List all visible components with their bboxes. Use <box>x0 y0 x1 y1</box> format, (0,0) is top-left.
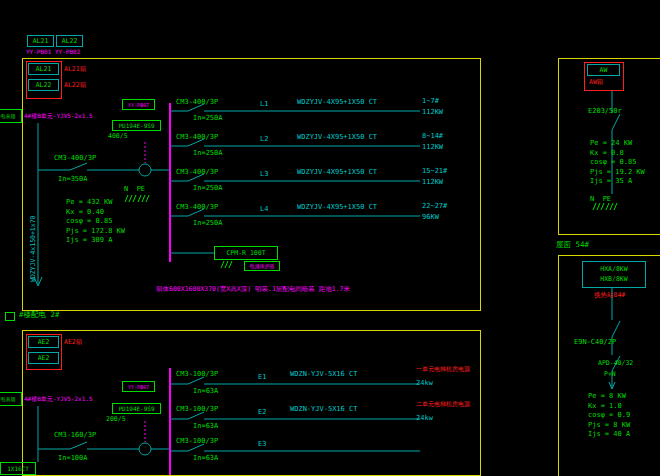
feeder-tag-al22-sub: YY-PB02 <box>55 49 80 55</box>
panel1-meter-box: PD194E-9S9 <box>112 120 161 131</box>
panel1-ct-ratio: 400/5 <box>108 133 128 140</box>
spd-device-box: CPM-R 100T <box>214 246 278 260</box>
panel1-border <box>22 58 481 311</box>
branch-circuit-id: E1 <box>258 374 266 381</box>
branch-circuit-id: E2 <box>258 409 266 416</box>
branch-cable-label: WDZN-YJV-5X16 CT <box>290 406 357 413</box>
panel2-feeder-label: 4#楼B单元-YJV5-2x1.5 <box>24 396 93 402</box>
branch-load-kw: 112KW <box>422 179 443 186</box>
branch-amp-label: In=63A <box>193 388 218 395</box>
panel2-border <box>22 330 481 476</box>
panel1-calc-block: Pe = 432 KW Kx = 0.40 cosφ = 0.85 Pjs = … <box>66 198 125 246</box>
branch-circuit-id: L1 <box>260 101 268 108</box>
panel2-source-box: 电表箱 <box>0 392 22 406</box>
branch-amp-label: In=63A <box>193 423 218 430</box>
panel3-tag-red-label: AW箱 <box>589 79 603 86</box>
panel2-tag-box: AE2 <box>28 336 59 348</box>
branch-load-kw: 24kw <box>416 380 433 387</box>
calc-cos: cosφ = 0.85 <box>590 158 645 168</box>
calc-cos: cosφ = 0.85 <box>66 217 125 227</box>
panel3-tag-box: AW <box>587 64 620 76</box>
panel3-device-label: E203/50r <box>588 108 622 115</box>
panel3-n-pe-label: N PE <box>590 196 611 203</box>
branch-load-desc: 一单元电梯机房电源 <box>416 366 470 372</box>
calc-pe: Pe = 24 KW <box>590 139 645 149</box>
panel1-tag-box: AL21 <box>28 63 59 75</box>
panel1-riser-cable-label: WDZYJV-4x150+1x70 <box>30 215 37 282</box>
panel1-tag-red-label: AL22箱 <box>64 82 86 89</box>
panel1-source-box: 电表箱 <box>0 109 22 123</box>
panel1-main-in-label: In=350A <box>58 176 88 183</box>
calc-ijs: Ijs = 309 A <box>66 236 125 246</box>
branch-cable-label: WDZYJV-4X95+1X50 CT <box>297 204 377 211</box>
panel4-spd-poles-label: P+N <box>604 371 616 378</box>
branch-cable-label: WDZN-YJV-5X16 CT <box>290 371 357 378</box>
panel3-caption: 屋面 54# <box>556 241 589 249</box>
branch-breaker-label: CM3-400/3P <box>176 134 218 141</box>
panel1-install-note: 箱体600X1600X370(宽X高X深) 明装.1层配电间暗装 距地1.7米 <box>156 286 350 293</box>
panel2-main-breaker-label: CM3-160/3P <box>54 432 96 439</box>
panel2-main-in-label: In=100A <box>58 455 88 462</box>
panel2-ct-ratio: 200/5 <box>106 416 126 423</box>
panel2-meter-tag-box: YY-PB07 <box>122 381 155 392</box>
feeder-tag-al22: AL22 <box>56 35 83 47</box>
branch-amp-label: In=250A <box>193 150 223 157</box>
panel1-feeder-label: 4#楼B单元-YJV5-2x1.5 <box>24 113 93 119</box>
branch-circuit-id: E3 <box>258 441 266 448</box>
panel2-riser-box: 1X16CT <box>0 462 36 475</box>
calc-pjs: Pjs = 172.8 KW <box>66 227 125 237</box>
calc-pe: Pe = 8 KW <box>588 392 630 402</box>
panel4-breaker-label: E9N-C40/2P <box>574 339 616 346</box>
panel3-calc-block: Pe = 24 KW Kx = 0.8 cosφ = 0.85 Pjs = 19… <box>590 139 645 187</box>
calc-ijs: Ijs = 40 A <box>588 430 630 440</box>
branch-cable-label: WDZYJV-4X95+1X50 CT <box>297 99 377 106</box>
branch-amp-label: In=250A <box>193 185 223 192</box>
branch-load-range: 8~14# <box>422 133 443 140</box>
panel1-tag-red-label: AL21箱 <box>64 66 86 73</box>
panel2-tag-red-label: AE2箱 <box>64 339 82 346</box>
branch-load-range: 22~27# <box>422 203 447 210</box>
branch-amp-label: In=250A <box>193 115 223 122</box>
branch-breaker-label: CM3-100/3P <box>176 438 218 445</box>
branch-amp-label: In=63A <box>193 455 218 462</box>
calc-kx: Kx = 1.0 <box>588 402 630 412</box>
panel2-meter-box: PD194E-9S9 <box>112 403 161 414</box>
panel1-n-pe-label: N PE <box>124 186 145 193</box>
panel4-calc-block: Pe = 8 KW Kx = 1.0 cosφ = 0.9 Pjs = 8 KW… <box>588 392 630 440</box>
branch-load-kw: 24kw <box>416 415 433 422</box>
branch-breaker-label: CM3-400/3P <box>176 169 218 176</box>
feeder-tag-al21: AL21 <box>27 35 54 47</box>
branch-breaker-label: CM3-400/3P <box>176 99 218 106</box>
panel4-load-box: HXA/8KW HXB/8KW <box>582 261 646 288</box>
calc-kx: Kx = 0.40 <box>66 208 125 218</box>
panel1-caption: #楼配电 2# <box>19 311 60 319</box>
branch-load-desc: 二单元电梯机房电源 <box>416 401 470 407</box>
branch-amp-label: In=250A <box>193 220 223 227</box>
calc-kx: Kx = 0.8 <box>590 149 645 159</box>
branch-circuit-id: L4 <box>260 206 268 213</box>
cad-electrical-drawing: AL21 YY-PB01 AL22 YY-PB02 AL21 AL21箱 AL2… <box>0 0 660 476</box>
calc-ijs: Ijs = 35 A <box>590 177 645 187</box>
panel4-load-line1: HXA/8KW <box>600 265 627 274</box>
branch-cable-label: WDZYJV-4X95+1X50 CT <box>297 134 377 141</box>
panel1-meter-tag-box: YY-PB07 <box>122 99 155 110</box>
branch-load-kw: 96KW <box>422 214 439 221</box>
feeder-tag-al21-sub: YY-PB01 <box>26 49 51 55</box>
branch-load-kw: 112KW <box>422 109 443 116</box>
panel4-load-line2: HXB/8KW <box>600 275 627 284</box>
panel2-tag-box: AE2 <box>28 352 59 364</box>
branch-breaker-label: CM3-100/3P <box>176 406 218 413</box>
caption1-box-glyph <box>5 312 15 321</box>
calc-pe: Pe = 432 KW <box>66 198 125 208</box>
branch-cable-label: WDZYJV-4X95+1X50 CT <box>297 169 377 176</box>
branch-breaker-label: CM3-400/3P <box>176 204 218 211</box>
calc-pjs: Pjs = 8 KW <box>588 421 630 431</box>
branch-breaker-label: CM3-100/3P <box>176 371 218 378</box>
branch-load-kw: 112KW <box>422 144 443 151</box>
panel1-tag-box: AL22 <box>28 79 59 91</box>
panel1-main-breaker-label: CM3-400/3P <box>54 155 96 162</box>
branch-circuit-id: L3 <box>260 171 268 178</box>
branch-load-range: 15~21# <box>422 168 447 175</box>
panel4-spd-label: APD-40/32 <box>598 360 633 367</box>
calc-pjs: Pjs = 19.2 KW <box>590 168 645 178</box>
